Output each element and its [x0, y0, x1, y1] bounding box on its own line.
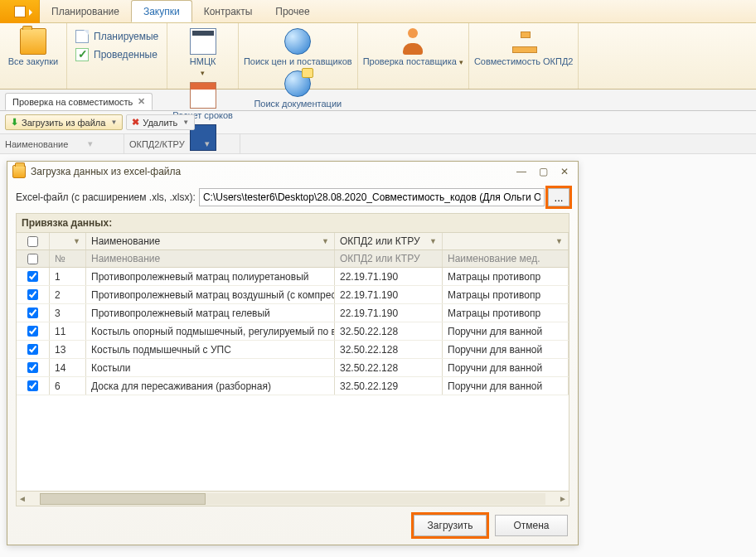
maximize-button[interactable]: ▢	[535, 165, 551, 178]
dialog-excel-import: Загрузка данных из excel-файла — ▢ ✕ Exc…	[7, 161, 579, 545]
dialog-titlebar: Загрузка данных из excel-файла — ▢ ✕	[7, 162, 578, 182]
btn-nmck[interactable]: НМЦК▾	[175, 25, 231, 79]
table-row[interactable]: 2Противопролежневый матрац воздушный (с …	[17, 286, 569, 304]
row-name: Противопролежневый матрац полиуретановый	[86, 268, 335, 285]
btn-completed[interactable]: Проведенные	[75, 48, 158, 61]
btn-okpd2-compat[interactable]: Совместимость ОКПД2	[474, 25, 574, 87]
col-code-dd[interactable]: ОКПД2 или КТРУ▼	[335, 233, 443, 249]
btn-price-search[interactable]: Поиск цен и поставщиков	[244, 25, 352, 67]
row-name: Доска для пересаживания (разборная)	[86, 377, 335, 395]
download-icon: ⬇	[11, 117, 18, 128]
sheet-icon	[75, 30, 89, 43]
select-all-checkbox2[interactable]	[27, 254, 38, 264]
lbl-nmck: НМЦК	[190, 56, 216, 66]
filter-name[interactable]: Наименование ▾	[0, 134, 124, 153]
row-check[interactable]	[17, 268, 50, 285]
col-no-dd[interactable]: ▼	[50, 233, 86, 249]
scroll-thumb[interactable]	[40, 493, 206, 505]
row-checkbox[interactable]	[27, 289, 38, 300]
btn-all-purchases[interactable]: Все закупки	[5, 25, 61, 87]
row-med: Матрацы противопр	[443, 304, 569, 322]
browse-button[interactable]: ...	[548, 188, 569, 206]
grid-body: 1Противопролежневый матрац полиуретановы…	[17, 268, 569, 491]
col-med-dd[interactable]: ▼	[443, 233, 569, 249]
row-med: Поручни для ванной	[443, 341, 569, 358]
btn-supplier-check[interactable]: Проверка поставщика ▾	[363, 25, 463, 87]
table-row[interactable]: 13Костыль подмышечный c УПС32.50.22.128П…	[17, 341, 569, 359]
row-checkbox[interactable]	[27, 380, 38, 391]
tab-contracts[interactable]: Контракты	[192, 0, 264, 22]
col-name-dd[interactable]: Наименование▼	[86, 233, 335, 249]
row-checkbox[interactable]	[27, 308, 38, 318]
btn-planned[interactable]: Планируемые	[75, 30, 158, 43]
document-tabs: Проверка на совместимость ✕	[0, 90, 756, 111]
tab-purchases[interactable]: Закупки	[131, 0, 192, 22]
binding-grid: Привязка данных: ▼ Наименование▼ ОКПД2 и…	[16, 213, 569, 506]
table-row[interactable]: 11Костыль опорный подмышечный, регулируе…	[17, 322, 569, 341]
row-med: Матрацы противопр	[443, 268, 569, 285]
row-checkbox[interactable]	[27, 326, 38, 337]
file-label: Excel-файл (с расширением .xls, .xlsx):	[16, 191, 196, 203]
app-menu-button[interactable]	[0, 0, 40, 23]
diagram-icon	[511, 28, 537, 55]
tab-planning[interactable]: Планирование	[40, 0, 131, 22]
scroll-right-icon[interactable]: ►	[557, 494, 569, 503]
toolbar: ⬇ Загрузить из файла ▼ ✖ Удалить ▼	[0, 111, 756, 134]
content-area: Загрузка данных из excel-файла — ▢ ✕ Exc…	[0, 154, 756, 557]
lbl-price-search: Поиск цен и поставщиков	[244, 56, 352, 67]
minimize-button[interactable]: —	[513, 165, 530, 178]
table-row[interactable]: 3Противопролежневый матрац гелевый22.19.…	[17, 304, 569, 322]
row-no: 13	[50, 341, 86, 358]
row-check[interactable]	[17, 359, 50, 376]
row-checkbox[interactable]	[27, 362, 38, 373]
table-row[interactable]: 14Костыли32.50.22.128Поручни для ванной	[17, 359, 569, 377]
hscrollbar[interactable]: ◄ ►	[17, 491, 569, 506]
row-check[interactable]	[17, 341, 50, 358]
row-checkbox[interactable]	[27, 271, 38, 282]
row-check[interactable]	[17, 322, 50, 340]
funnel-icon: ▾	[205, 138, 210, 149]
btn-delete[interactable]: ✖ Удалить ▼	[126, 114, 195, 130]
row-check[interactable]	[17, 304, 50, 322]
lbl-filter-name: Наименование	[5, 139, 68, 149]
row-check[interactable]	[17, 286, 50, 303]
row-code: 22.19.71.190	[335, 268, 443, 285]
file-path-input[interactable]	[199, 188, 545, 206]
col2-code: ОКПД2 или КТРУ	[335, 250, 443, 267]
table-row[interactable]: 1Противопролежневый матрац полиуретановы…	[17, 268, 569, 286]
lbl-col-code-h: ОКПД2 или КТРУ	[340, 235, 420, 247]
table-row[interactable]: 6Доска для пересаживания (разборная)32.5…	[17, 377, 569, 395]
col2-med: Наименование мед.	[443, 250, 569, 267]
row-code: 22.19.71.190	[335, 304, 443, 322]
close-button[interactable]: ✕	[556, 165, 573, 178]
file-row: Excel-файл (с расширением .xls, .xlsx): …	[7, 182, 578, 213]
row-no: 14	[50, 359, 86, 376]
load-button[interactable]: Загрузить	[414, 515, 487, 536]
col2-no: №	[50, 250, 86, 267]
lbl-supplier-check: Проверка поставщика	[363, 56, 457, 66]
row-no: 1	[50, 268, 86, 285]
chevron-down-icon: ▼	[182, 119, 189, 126]
col2-check[interactable]	[17, 250, 50, 267]
select-all-checkbox[interactable]	[27, 236, 38, 247]
close-icon[interactable]: ✕	[138, 96, 145, 107]
row-code: 32.50.22.128	[335, 322, 443, 340]
filter-code[interactable]: ОКПД2/КТРУ ▾	[124, 134, 240, 153]
row-med: Поручни для ванной	[443, 359, 569, 376]
col-check[interactable]	[17, 233, 50, 249]
row-code: 32.50.22.128	[335, 359, 443, 376]
row-no: 6	[50, 377, 86, 395]
btn-doc-search[interactable]: Поиск документации	[254, 67, 342, 109]
btn-load-from-file[interactable]: ⬇ Загрузить из файла ▼	[5, 114, 123, 130]
row-checkbox[interactable]	[27, 344, 38, 355]
row-code: 32.50.22.129	[335, 377, 443, 395]
lbl-load-from-file: Загрузить из файла	[22, 118, 105, 128]
scroll-left-icon[interactable]: ◄	[17, 494, 28, 503]
doc-tab-compat[interactable]: Проверка на совместимость ✕	[5, 93, 153, 110]
cancel-button[interactable]: Отмена	[495, 515, 568, 536]
scroll-track[interactable]	[40, 493, 545, 505]
chevron-down-icon: ▼	[110, 119, 117, 126]
row-check[interactable]	[17, 377, 50, 395]
tab-other[interactable]: Прочее	[264, 0, 321, 22]
lbl-completed: Проведенные	[94, 49, 158, 61]
